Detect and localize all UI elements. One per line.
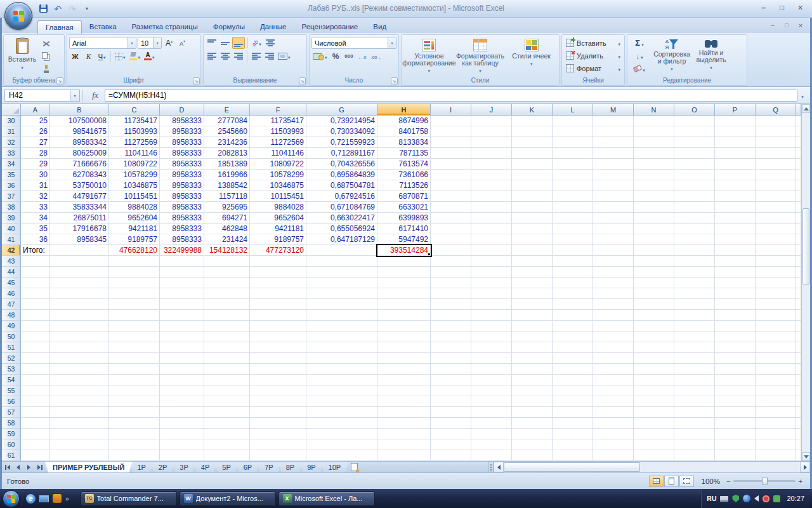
cell-K60[interactable] [512,439,553,450]
cell-P52[interactable] [715,353,756,364]
comma-format-button[interactable]: 000 [343,50,355,62]
cell-I35[interactable] [431,170,471,180]
sheet-tab-2[interactable]: 1Р [129,462,153,472]
cell-E59[interactable] [204,429,250,439]
column-header-A[interactable]: A [21,104,50,116]
row-header-54[interactable]: 54 [2,375,21,385]
cell-F55[interactable] [250,385,306,396]
cell-N50[interactable] [634,331,674,342]
column-header-F[interactable]: F [250,104,306,116]
cell-G40[interactable]: 0,655056924 [306,224,377,234]
cell-R50[interactable] [796,331,801,342]
ribbon-tab-7[interactable]: Вид [365,20,394,33]
row-header-40[interactable]: 40 [2,224,21,234]
cell-I51[interactable] [431,342,471,353]
cell-I43[interactable] [431,256,471,267]
cell-R54[interactable] [796,375,801,385]
cell-P48[interactable] [715,310,756,321]
cell-K59[interactable] [512,429,553,439]
cell-J41[interactable] [471,234,512,245]
insert-function-button[interactable]: fx [86,90,105,100]
cell-A58[interactable] [21,418,50,429]
cell-H58[interactable] [377,418,431,429]
fill-color-button[interactable] [128,50,142,62]
cell-M33[interactable] [593,148,634,159]
column-header-L[interactable]: L [553,104,593,116]
cell-R48[interactable] [796,310,801,321]
cell-M56[interactable] [593,396,634,407]
cell-F56[interactable] [250,396,306,407]
cell-B36[interactable]: 53750010 [50,180,109,191]
cell-A38[interactable]: 33 [21,202,50,213]
formula-input[interactable]: =СУММ(H5:H41) [105,90,797,102]
cell-B54[interactable] [50,375,109,385]
cell-Q37[interactable] [756,191,796,202]
cell-C50[interactable] [109,331,160,342]
cell-M58[interactable] [593,418,634,429]
cell-L31[interactable] [553,126,593,137]
row-header-45[interactable]: 45 [2,277,21,288]
row-header-49[interactable]: 49 [2,321,21,331]
cell-Q34[interactable] [756,159,796,170]
cell-Q41[interactable] [756,234,796,245]
cell-P32[interactable] [715,137,756,148]
cell-L37[interactable] [553,191,593,202]
increase-font-button[interactable] [163,37,175,49]
cell-K42[interactable] [512,245,553,256]
cell-E53[interactable] [204,364,250,375]
cell-P61[interactable] [715,450,756,461]
cell-G47[interactable] [306,299,377,310]
cell-G36[interactable]: 0,687504781 [306,180,377,191]
cell-P57[interactable] [715,407,756,418]
cell-O38[interactable] [674,202,715,213]
cell-E35[interactable]: 1619966 [204,170,250,180]
cell-F30[interactable]: 11735417 [250,116,306,126]
cell-D49[interactable] [160,321,204,331]
cell-Q43[interactable] [756,256,796,267]
cell-N58[interactable] [634,418,674,429]
cell-I48[interactable] [431,310,471,321]
cell-K51[interactable] [512,342,553,353]
row-header-61[interactable]: 61 [2,450,21,461]
cell-I57[interactable] [431,407,471,418]
cell-D32[interactable]: 8958333 [160,137,204,148]
cell-E41[interactable]: 231424 [204,234,250,245]
row-header-42[interactable]: 42 [2,245,21,256]
orientation-button[interactable] [251,37,263,49]
workbook-close-button[interactable] [794,21,807,30]
sheet-tab-8[interactable]: 7Р [257,462,280,472]
cell-G44[interactable] [306,267,377,277]
insert-cells-button[interactable]: Вставить [564,37,622,49]
cell-C59[interactable] [109,429,160,439]
cell-G42[interactable] [306,245,377,256]
cell-R35[interactable] [796,170,801,180]
cell-C52[interactable] [109,353,160,364]
row-header-59[interactable]: 59 [2,429,21,439]
cell-D39[interactable]: 8958333 [160,213,204,224]
horizontal-scroll-track[interactable] [504,462,800,472]
cell-M48[interactable] [593,310,634,321]
cell-E32[interactable]: 2314236 [204,137,250,148]
cell-N45[interactable] [634,277,674,288]
cell-H32[interactable]: 8133834 [377,137,431,148]
cell-I41[interactable] [431,234,471,245]
cell-H40[interactable]: 6171410 [377,224,431,234]
cell-L41[interactable] [553,234,593,245]
cell-Q56[interactable] [756,396,796,407]
cell-I46[interactable] [431,288,471,299]
number-dialog-launcher[interactable] [391,77,398,84]
cell-O35[interactable] [674,170,715,180]
cell-A47[interactable] [21,299,50,310]
cell-F37[interactable]: 10115451 [250,191,306,202]
cell-K36[interactable] [512,180,553,191]
row-header-43[interactable]: 43 [2,256,21,267]
cell-E45[interactable] [204,277,250,288]
cell-Q47[interactable] [756,299,796,310]
cell-D46[interactable] [160,288,204,299]
zoom-track[interactable] [733,480,795,482]
cell-A41[interactable]: 36 [21,234,50,245]
cell-R55[interactable] [796,385,801,396]
cell-R42[interactable] [796,245,801,256]
cell-B55[interactable] [50,385,109,396]
cell-H47[interactable] [377,299,431,310]
